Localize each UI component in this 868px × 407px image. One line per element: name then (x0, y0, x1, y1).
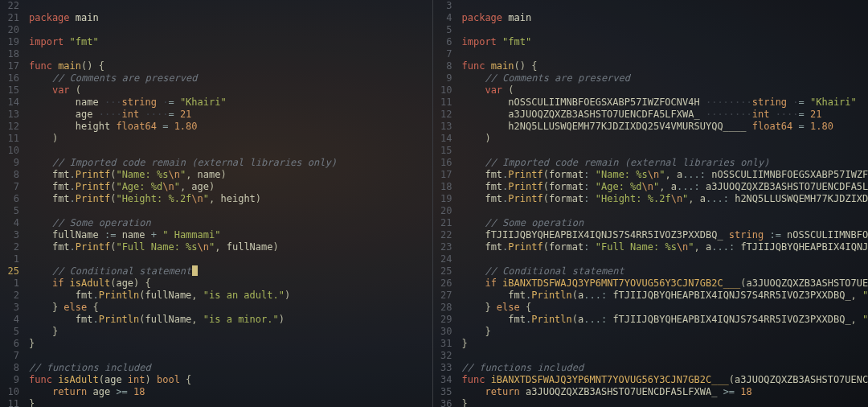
code-line[interactable]: fmt.Println(fullName, "is an adult.") (29, 290, 432, 302)
code-line[interactable] (462, 205, 869, 217)
code-line[interactable]: fullName := name + " Hammami" (29, 229, 432, 241)
code-line[interactable] (462, 253, 869, 265)
code-line[interactable]: import "fmt" (462, 36, 869, 48)
code-line[interactable]: } else { (462, 302, 869, 314)
line-number: 7 (433, 48, 452, 60)
code-line[interactable]: } (29, 338, 432, 350)
code-line[interactable] (462, 48, 869, 60)
code-line[interactable]: var ( (29, 84, 432, 97)
code-line[interactable]: // functions included (29, 362, 432, 374)
code-line[interactable]: if iBANXTDSFWAJQ3YP6MNT7YOVUG56Y3CJN7GB2… (462, 278, 869, 290)
line-number: 4 (0, 314, 19, 326)
code-line[interactable] (462, 0, 869, 12)
line-number: 8 (0, 169, 19, 181)
code-line[interactable]: // Conditional statement (29, 265, 432, 278)
code-line[interactable]: } (462, 338, 869, 350)
code-line[interactable]: // Some operation (29, 217, 432, 229)
code-line[interactable]: // Imported code remain (external librar… (29, 157, 432, 169)
code-line[interactable]: // Comments are preserved (29, 72, 432, 84)
line-number: 2 (0, 290, 19, 302)
line-number: 33 (433, 362, 452, 374)
code-line[interactable] (29, 0, 432, 12)
line-number: 5 (433, 24, 452, 36)
code-line[interactable]: fmt.Printf("Age: %d\n", age) (29, 181, 432, 193)
line-number: 22 (433, 229, 452, 241)
code-line[interactable] (29, 253, 432, 265)
code-line[interactable]: func main() { (462, 60, 869, 72)
line-number: 7 (0, 350, 19, 362)
code-line[interactable]: ) (29, 133, 432, 145)
code-line[interactable] (462, 24, 869, 36)
code-line[interactable]: // Some operation (462, 217, 869, 229)
line-number: 32 (433, 350, 452, 362)
code-line[interactable]: height float64 = 1.80 (29, 121, 432, 133)
code-line[interactable]: func iBANXTDSFWAJQ3YP6MNT7YOVUG56Y3CJN7G… (462, 374, 869, 386)
code-line[interactable]: } (462, 398, 869, 407)
code-line[interactable]: import "fmt" (29, 36, 432, 48)
code-line[interactable]: fmt.Printf("Height: %.2f\n", height) (29, 193, 432, 205)
code-line[interactable]: package main (29, 12, 432, 24)
code-line[interactable]: var ( (462, 84, 869, 97)
code-line[interactable]: ) (462, 133, 869, 145)
line-number: 4 (433, 12, 452, 24)
line-number: 21 (0, 12, 19, 24)
line-number: 1 (0, 278, 19, 290)
code-line[interactable]: } (29, 398, 432, 407)
line-number: 30 (433, 326, 452, 338)
code-line[interactable]: fmt.Printf(format: "Name: %s\n", a...: n… (462, 169, 869, 181)
right-pane[interactable]: 3456789101112131415161718192021222324252… (432, 0, 869, 407)
code-line[interactable]: nOSSCULIIMNBFOEGSXABP57IWZFOCNV4H ······… (462, 97, 869, 109)
line-number: 28 (433, 302, 452, 314)
code-line[interactable]: fTJIIJQBYQHEAPBIX4IQNJS7S4RR5IVOZ3PXXDBQ… (462, 229, 869, 241)
code-line[interactable] (29, 205, 432, 217)
code-line[interactable]: h2NQ5LLUSWQEMH77KJDZIXDQ25V4VMURSUYQQ___… (462, 121, 869, 133)
code-line[interactable]: fmt.Printf("Name: %s\n", name) (29, 169, 432, 181)
line-number: 10 (0, 145, 19, 157)
code-line[interactable]: if isAdult(age) { (29, 278, 432, 290)
code-line[interactable] (29, 48, 432, 60)
code-line[interactable]: func main() { (29, 60, 432, 72)
line-number: 9 (0, 374, 19, 386)
code-line[interactable]: a3JUOQZQXZB3ASHSTO7UENCDFA5LFXWA_ ······… (462, 109, 869, 121)
code-line[interactable]: } (29, 326, 432, 338)
code-line[interactable]: fmt.Println(fullName, "is a minor.") (29, 314, 432, 326)
code-line[interactable] (29, 145, 432, 157)
left-pane[interactable]: 2221201918171615141312111098765432125123… (0, 0, 432, 407)
line-number: 25 (0, 265, 19, 278)
line-number: 24 (433, 253, 452, 265)
code-line[interactable]: } else { (29, 302, 432, 314)
code-line[interactable]: fmt.Printf("Full Name: %s\n", fullName) (29, 241, 432, 253)
line-number: 23 (433, 241, 452, 253)
code-line[interactable] (29, 24, 432, 36)
code-line[interactable]: return a3JUOQZQXZB3ASHSTO7UENCDFA5LFXWA_… (462, 386, 869, 398)
line-number: 2 (0, 241, 19, 253)
code-line[interactable]: // Comments are preserved (462, 72, 869, 84)
code-line[interactable]: name ···string ·= "Khairi" (29, 97, 432, 109)
line-number: 34 (433, 374, 452, 386)
line-number: 10 (433, 84, 452, 97)
line-number: 1 (0, 253, 19, 265)
code-line[interactable]: fmt.Println(a...: fTJIIJQBYQHEAPBIX4IQNJ… (462, 290, 869, 302)
code-line[interactable]: func isAdult(age int) bool { (29, 374, 432, 386)
right-code[interactable]: package main import "fmt" func main() { … (462, 0, 869, 407)
line-number: 25 (433, 265, 452, 278)
code-line[interactable]: fmt.Println(a...: fTJIIJQBYQHEAPBIX4IQNJ… (462, 314, 869, 326)
line-number: 3 (433, 0, 452, 12)
code-line[interactable]: // Conditional statement (462, 265, 869, 278)
code-line[interactable]: age ····int ····= 21 (29, 109, 432, 121)
left-code[interactable]: package main import "fmt" func main() { … (29, 0, 432, 407)
code-line[interactable] (462, 350, 869, 362)
code-line[interactable]: fmt.Printf(format: "Age: %d\n", a...: a3… (462, 181, 869, 193)
code-line[interactable]: return age >= 18 (29, 386, 432, 398)
code-line[interactable]: // functions included (462, 362, 869, 374)
code-line[interactable] (29, 350, 432, 362)
code-line[interactable]: fmt.Printf(format: "Height: %.2f\n", a..… (462, 193, 869, 205)
line-number: 15 (0, 84, 19, 97)
line-number: 11 (433, 97, 452, 109)
line-number: 17 (0, 60, 19, 72)
code-line[interactable]: package main (462, 12, 869, 24)
code-line[interactable]: // Imported code remain (external librar… (462, 157, 869, 169)
code-line[interactable]: } (462, 326, 869, 338)
code-line[interactable] (462, 145, 869, 157)
code-line[interactable]: fmt.Printf(format: "Full Name: %s\n", a.… (462, 241, 869, 253)
